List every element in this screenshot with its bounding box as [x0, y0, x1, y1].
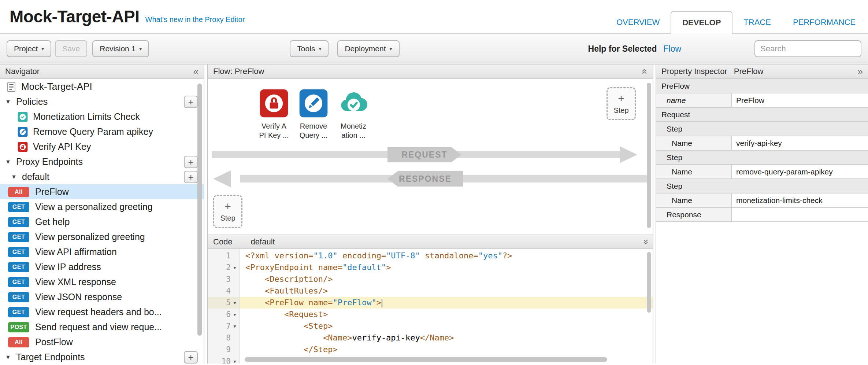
inspector-section-row: Step [656, 122, 868, 136]
line-number: 10 [222, 357, 231, 364]
method-badge: GET [8, 202, 29, 212]
tab-overview[interactable]: OVERVIEW [605, 11, 671, 34]
expand-triangle-icon[interactable]: ▼ [11, 174, 18, 180]
flow-label: View personalized greeting [35, 232, 145, 242]
nav-flow-row[interactable]: GETView request headers and bo... [0, 305, 204, 320]
nav-project-row[interactable]: Mock-Target-API [0, 79, 204, 94]
tools-button[interactable]: Tools▾ [290, 40, 329, 57]
fold-icon[interactable]: ▾ [231, 265, 239, 270]
app-header: Mock-Target-API What's new in the Proxy … [0, 0, 868, 34]
flow-label: View request headers and bo... [35, 307, 162, 317]
nav-flow-row[interactable]: AllPreFlow [0, 184, 204, 199]
property-value-cell[interactable]: remove-query-param-apikey [732, 165, 868, 178]
method-badge: GET [8, 307, 29, 317]
add-button[interactable]: + [184, 351, 198, 364]
line-number: 2 [226, 263, 231, 272]
nav-flow-row[interactable]: AllPostFlow [0, 335, 204, 350]
flow-label: View a personalized greeting [35, 202, 153, 212]
flow-canvas: Verify API Key ...RemoveQuery ...Monetiz… [208, 79, 653, 235]
help-flow-link[interactable]: Flow [663, 44, 681, 54]
revision-button-label: Revision 1 [100, 44, 136, 53]
code-line[interactable]: <Name>verify-api-key</Name> [240, 332, 653, 344]
tab-trace[interactable]: TRACE [732, 11, 782, 34]
nav-flow-row[interactable]: GETGet help [0, 214, 204, 229]
add-step-request-button[interactable]: + Step [607, 87, 636, 120]
response-arrowhead-icon [213, 170, 231, 187]
collapse-navigator-icon[interactable]: « [193, 67, 199, 76]
project-button[interactable]: Project▾ [7, 40, 51, 57]
property-value-cell[interactable]: verify-api-key [732, 136, 868, 150]
flow-scrollbar[interactable] [647, 83, 651, 228]
code-line[interactable]: <?xml version="1.0" encoding="UTF-8" sta… [240, 250, 653, 262]
inspector-section-row: Request [656, 108, 868, 122]
method-badge: GET [8, 262, 29, 272]
code-line[interactable]: <PreFlow name="PreFlow"> [240, 297, 653, 309]
flow-policy-step[interactable]: Monetization ... [331, 89, 376, 140]
deployment-button[interactable]: Deployment▾ [337, 40, 399, 57]
nav-policy-row[interactable]: Monetization Limits Check [0, 109, 204, 124]
fold-icon[interactable]: ▾ [231, 358, 239, 364]
code-content[interactable]: <?xml version="1.0" encoding="UTF-8" sta… [240, 249, 653, 364]
nav-section-proxy-endpoints[interactable]: ▼Proxy Endpoints+ [0, 154, 204, 169]
whats-new-link[interactable]: What's new in the Proxy Editor [145, 15, 245, 24]
add-button[interactable]: + [184, 171, 198, 183]
expand-triangle-icon[interactable]: ▼ [5, 354, 12, 361]
nav-flow-row[interactable]: GETView a personalized greeting [0, 199, 204, 214]
add-step-response-button[interactable]: + Step [213, 195, 242, 228]
property-label-cell: name [656, 93, 732, 107]
property-value-cell[interactable] [732, 208, 868, 221]
fold-icon[interactable]: ▾ [231, 323, 239, 329]
step-label: Query ... [291, 131, 336, 140]
nav-section-policies[interactable]: ▼Policies+ [0, 94, 204, 109]
flow-policy-step[interactable]: RemoveQuery ... [291, 89, 336, 140]
expand-triangle-icon[interactable]: ▼ [5, 99, 12, 105]
fold-icon[interactable]: ▾ [231, 311, 239, 317]
add-button[interactable]: + [184, 96, 198, 108]
line-number: 7 [226, 322, 231, 331]
code-horizontal-scrollbar[interactable] [245, 357, 607, 362]
expand-inspector-icon[interactable]: » [858, 67, 863, 76]
code-line[interactable]: </Step> [240, 344, 653, 355]
code-line[interactable]: <Request> [240, 309, 653, 320]
tab-performance[interactable]: PERFORMANCE [782, 11, 867, 34]
step-label: ation ... [331, 131, 376, 140]
collapse-code-icon[interactable]: « [640, 239, 650, 244]
nav-flow-row[interactable]: GETView IP address [0, 259, 204, 274]
save-button[interactable]: Save [55, 40, 87, 57]
page-title: Mock-Target-API [10, 7, 140, 26]
caret-down-icon: ▾ [41, 46, 44, 52]
property-value-cell[interactable]: monetization-limits-check [732, 193, 868, 207]
fold-icon[interactable]: ▾ [231, 300, 239, 306]
toolbar: Project▾ Save Revision 1▾ Tools▾ Deploym… [0, 34, 868, 64]
code-line[interactable]: <Description/> [240, 273, 653, 285]
navigator-scrollbar[interactable] [197, 84, 202, 336]
inspector-property-row: Response [656, 208, 868, 222]
tab-develop[interactable]: DEVELOP [671, 11, 732, 34]
nav-flow-row[interactable]: GETView personalized greeting [0, 229, 204, 244]
code-line[interactable]: <Step> [240, 320, 653, 332]
revision-button[interactable]: Revision 1▾ [92, 40, 149, 57]
method-badge: All [8, 337, 29, 347]
search-input[interactable] [754, 40, 861, 57]
property-value-cell[interactable]: PreFlow [732, 93, 868, 107]
policy-label: Remove Query Param apikey [33, 126, 153, 137]
expand-triangle-icon[interactable]: ▼ [5, 159, 12, 165]
nav-policy-row[interactable]: Remove Query Param apikey [0, 124, 204, 139]
nav-section-target-endpoints[interactable]: ▼Target Endpoints+ [0, 350, 204, 364]
property-label-cell: Response [656, 208, 732, 221]
nav-flow-row[interactable]: POSTSend request and view reque... [0, 320, 204, 335]
collapse-flow-icon[interactable]: « [640, 69, 650, 74]
nav-policy-row[interactable]: Verify API Key [0, 139, 204, 154]
code-vertical-scrollbar[interactable] [647, 252, 651, 313]
nav-section-default[interactable]: ▼default+ [0, 169, 204, 184]
navigator-tree: Mock-Target-API▼Policies+Monetization Li… [0, 79, 204, 364]
code-editor[interactable]: 12▾345▾6▾7▾8910▾ <?xml version="1.0" enc… [208, 249, 653, 364]
code-line[interactable]: <FaultRules/> [240, 285, 653, 297]
deployment-button-label: Deployment [345, 44, 386, 53]
nav-flow-row[interactable]: GETView XML response [0, 274, 204, 290]
add-button[interactable]: + [184, 156, 198, 168]
nav-flow-row[interactable]: GETView API affirmation [0, 244, 204, 259]
nav-flow-row[interactable]: GETView JSON response [0, 290, 204, 305]
flow-policy-step[interactable]: Verify API Key ... [251, 89, 297, 140]
code-line[interactable]: <ProxyEndpoint name="default"> [240, 262, 653, 273]
